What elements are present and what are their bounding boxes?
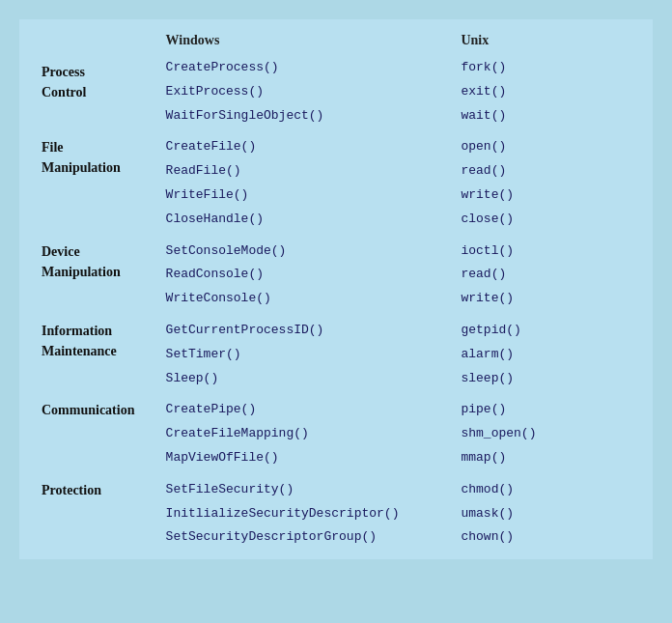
unix-cell-1-3: close() [453,208,638,232]
unix-cell-3-1: alarm() [453,343,638,367]
windows-cell-3-0: GetCurrentProcessID() [158,311,454,343]
windows-cell-2-2: WriteConsole() [158,287,454,311]
header-category [34,29,158,56]
category-1: FileManipulation [34,127,158,231]
windows-cell-5-2: SetSecurityDescriptorGroup() [158,525,454,550]
windows-cell-2-0: SetConsoleMode() [158,232,454,264]
unix-cell-5-2: chown() [453,525,638,550]
windows-cell-3-2: Sleep() [158,367,454,391]
category-5: Protection [34,470,158,550]
category-2: DeviceManipulation [34,232,158,311]
unix-cell-0-0: fork() [453,56,638,80]
windows-cell-1-1: ReadFile() [158,159,454,184]
unix-cell-0-1: exit() [453,80,638,104]
category-4: Communication [34,390,158,469]
unix-cell-1-0: open() [453,127,638,159]
windows-cell-0-1: ExitProcess() [158,80,454,104]
header-unix: Unix [453,29,638,56]
unix-cell-1-1: read() [453,159,638,184]
unix-cell-2-2: write() [453,287,638,311]
unix-cell-4-1: shm_open() [453,422,638,446]
category-0: ProcessControl [34,56,158,127]
windows-cell-1-2: WriteFile() [158,184,454,208]
unix-cell-4-0: pipe() [453,390,638,422]
windows-cell-0-0: CreateProcess() [158,56,454,80]
api-comparison-table: Windows Unix ProcessControlCreateProcess… [34,29,638,550]
unix-cell-4-2: mmap() [453,446,638,470]
windows-cell-0-2: WaitForSingleObject() [158,104,454,128]
unix-cell-1-2: write() [453,184,638,208]
table-row: FileManipulationCreateFile()open() [34,127,638,159]
header-windows: Windows [158,29,454,56]
windows-cell-1-0: CreateFile() [158,127,454,159]
category-3: InformationMaintenance [34,311,158,390]
windows-cell-3-1: SetTimer() [158,343,454,367]
windows-cell-4-2: MapViewOfFile() [158,446,454,470]
windows-cell-1-3: CloseHandle() [158,208,454,232]
table-row: ProtectionSetFileSecurity()chmod() [34,470,638,502]
windows-cell-4-1: CreateFileMapping() [158,422,454,446]
unix-cell-3-0: getpid() [453,311,638,343]
table-row: ProcessControlCreateProcess()fork() [34,56,638,80]
windows-cell-4-0: CreatePipe() [158,390,454,422]
table-row: InformationMaintenanceGetCurrentProcessI… [34,311,638,343]
main-table-container: Windows Unix ProcessControlCreateProcess… [19,19,653,559]
unix-cell-3-2: sleep() [453,367,638,391]
windows-cell-5-0: SetFileSecurity() [158,470,454,502]
unix-cell-2-1: read() [453,263,638,287]
unix-cell-5-0: chmod() [453,470,638,502]
table-row: DeviceManipulationSetConsoleMode()ioctl(… [34,232,638,264]
unix-cell-5-1: umask() [453,502,638,526]
windows-cell-5-1: InitlializeSecurityDescriptor() [158,502,454,526]
table-row: CommunicationCreatePipe()pipe() [34,390,638,422]
windows-cell-2-1: ReadConsole() [158,263,454,287]
unix-cell-2-0: ioctl() [453,232,638,264]
unix-cell-0-2: wait() [453,104,638,128]
